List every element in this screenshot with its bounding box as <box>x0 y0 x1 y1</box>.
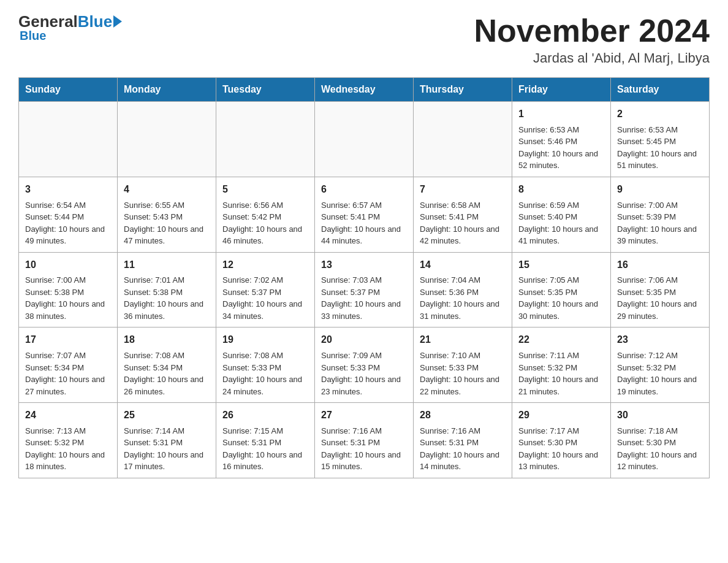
calendar-week-3: 10Sunrise: 7:00 AM Sunset: 5:38 PM Dayli… <box>19 252 710 327</box>
calendar-cell: 23Sunrise: 7:12 AM Sunset: 5:32 PM Dayli… <box>611 327 710 403</box>
day-info: Sunrise: 7:05 AM Sunset: 5:35 PM Dayligh… <box>518 274 604 322</box>
day-info: Sunrise: 6:55 AM Sunset: 5:43 PM Dayligh… <box>124 199 210 247</box>
day-info: Sunrise: 6:57 AM Sunset: 5:41 PM Dayligh… <box>321 199 407 247</box>
weekday-header-row: SundayMondayTuesdayWednesdayThursdayFrid… <box>19 78 710 102</box>
calendar-cell: 20Sunrise: 7:09 AM Sunset: 5:33 PM Dayli… <box>315 327 414 403</box>
calendar-cell: 1Sunrise: 6:53 AM Sunset: 5:46 PM Daylig… <box>512 102 611 177</box>
calendar-cell <box>315 102 414 177</box>
calendar-cell: 15Sunrise: 7:05 AM Sunset: 5:35 PM Dayli… <box>512 252 611 327</box>
day-number: 30 <box>617 408 703 423</box>
calendar-cell: 29Sunrise: 7:17 AM Sunset: 5:30 PM Dayli… <box>512 403 611 478</box>
calendar-cell: 18Sunrise: 7:08 AM Sunset: 5:34 PM Dayli… <box>118 327 216 403</box>
calendar-cell: 5Sunrise: 6:56 AM Sunset: 5:42 PM Daylig… <box>216 177 315 252</box>
day-number: 8 <box>518 182 604 197</box>
day-info: Sunrise: 6:53 AM Sunset: 5:45 PM Dayligh… <box>617 124 703 172</box>
calendar-cell: 11Sunrise: 7:01 AM Sunset: 5:38 PM Dayli… <box>118 252 216 327</box>
day-info: Sunrise: 6:53 AM Sunset: 5:46 PM Dayligh… <box>518 124 604 172</box>
day-number: 26 <box>222 408 308 423</box>
calendar-week-1: 1Sunrise: 6:53 AM Sunset: 5:46 PM Daylig… <box>19 102 710 177</box>
calendar-cell: 28Sunrise: 7:16 AM Sunset: 5:31 PM Dayli… <box>414 403 512 478</box>
day-number: 3 <box>25 182 111 197</box>
day-number: 16 <box>617 258 703 273</box>
day-number: 5 <box>222 182 308 197</box>
day-number: 15 <box>518 258 604 273</box>
day-number: 23 <box>617 332 703 348</box>
day-number: 2 <box>617 107 703 122</box>
calendar-cell <box>118 102 216 177</box>
day-info: Sunrise: 7:15 AM Sunset: 5:31 PM Dayligh… <box>222 425 308 473</box>
calendar-cell: 3Sunrise: 6:54 AM Sunset: 5:44 PM Daylig… <box>19 177 118 252</box>
day-info: Sunrise: 7:00 AM Sunset: 5:39 PM Dayligh… <box>617 199 703 247</box>
weekday-header-tuesday: Tuesday <box>216 78 315 102</box>
day-number: 4 <box>124 182 210 197</box>
calendar-cell: 12Sunrise: 7:02 AM Sunset: 5:37 PM Dayli… <box>216 252 315 327</box>
calendar-cell: 6Sunrise: 6:57 AM Sunset: 5:41 PM Daylig… <box>315 177 414 252</box>
calendar-cell: 26Sunrise: 7:15 AM Sunset: 5:31 PM Dayli… <box>216 403 315 478</box>
day-info: Sunrise: 7:08 AM Sunset: 5:33 PM Dayligh… <box>222 350 308 397</box>
day-number: 17 <box>25 332 111 348</box>
calendar-table: SundayMondayTuesdayWednesdayThursdayFrid… <box>18 77 710 478</box>
day-number: 13 <box>321 258 407 273</box>
day-info: Sunrise: 7:10 AM Sunset: 5:33 PM Dayligh… <box>420 350 506 397</box>
calendar-week-2: 3Sunrise: 6:54 AM Sunset: 5:44 PM Daylig… <box>19 177 710 252</box>
day-info: Sunrise: 7:17 AM Sunset: 5:30 PM Dayligh… <box>518 425 604 473</box>
day-number: 9 <box>617 182 703 197</box>
calendar-cell: 21Sunrise: 7:10 AM Sunset: 5:33 PM Dayli… <box>414 327 512 403</box>
day-number: 1 <box>518 107 604 122</box>
calendar-cell: 2Sunrise: 6:53 AM Sunset: 5:45 PM Daylig… <box>611 102 710 177</box>
day-info: Sunrise: 7:03 AM Sunset: 5:37 PM Dayligh… <box>321 274 407 322</box>
day-info: Sunrise: 7:09 AM Sunset: 5:33 PM Dayligh… <box>321 350 407 397</box>
weekday-header-monday: Monday <box>118 78 216 102</box>
logo-sub: Blue <box>20 29 46 43</box>
day-number: 25 <box>124 408 210 423</box>
day-info: Sunrise: 7:14 AM Sunset: 5:31 PM Dayligh… <box>124 425 210 473</box>
day-number: 21 <box>420 332 506 348</box>
calendar-cell: 25Sunrise: 7:14 AM Sunset: 5:31 PM Dayli… <box>118 403 216 478</box>
weekday-header-wednesday: Wednesday <box>315 78 414 102</box>
day-info: Sunrise: 7:16 AM Sunset: 5:31 PM Dayligh… <box>420 425 506 473</box>
day-number: 11 <box>124 258 210 273</box>
calendar-cell: 24Sunrise: 7:13 AM Sunset: 5:32 PM Dayli… <box>19 403 118 478</box>
calendar-cell <box>216 102 315 177</box>
day-info: Sunrise: 7:13 AM Sunset: 5:32 PM Dayligh… <box>25 425 111 473</box>
day-info: Sunrise: 6:58 AM Sunset: 5:41 PM Dayligh… <box>420 199 506 247</box>
day-info: Sunrise: 6:59 AM Sunset: 5:40 PM Dayligh… <box>518 199 604 247</box>
logo-blue: Blue <box>78 12 112 31</box>
calendar-cell: 4Sunrise: 6:55 AM Sunset: 5:43 PM Daylig… <box>118 177 216 252</box>
day-number: 27 <box>321 408 407 423</box>
calendar-cell: 10Sunrise: 7:00 AM Sunset: 5:38 PM Dayli… <box>19 252 118 327</box>
day-number: 22 <box>518 332 604 348</box>
day-info: Sunrise: 6:56 AM Sunset: 5:42 PM Dayligh… <box>222 199 308 247</box>
calendar-cell: 16Sunrise: 7:06 AM Sunset: 5:35 PM Dayli… <box>611 252 710 327</box>
day-number: 20 <box>321 332 407 348</box>
calendar-cell: 7Sunrise: 6:58 AM Sunset: 5:41 PM Daylig… <box>414 177 512 252</box>
day-info: Sunrise: 7:01 AM Sunset: 5:38 PM Dayligh… <box>124 274 210 322</box>
calendar-cell: 17Sunrise: 7:07 AM Sunset: 5:34 PM Dayli… <box>19 327 118 403</box>
day-number: 7 <box>420 182 506 197</box>
calendar-week-4: 17Sunrise: 7:07 AM Sunset: 5:34 PM Dayli… <box>19 327 710 403</box>
day-number: 10 <box>25 258 111 273</box>
page-header: General Blue Blue November 2024 Jardas a… <box>18 12 710 66</box>
day-number: 12 <box>222 258 308 273</box>
day-number: 29 <box>518 408 604 423</box>
weekday-header-sunday: Sunday <box>19 78 118 102</box>
calendar-cell: 30Sunrise: 7:18 AM Sunset: 5:30 PM Dayli… <box>611 403 710 478</box>
day-info: Sunrise: 7:08 AM Sunset: 5:34 PM Dayligh… <box>124 350 210 397</box>
day-number: 18 <box>124 332 210 348</box>
day-info: Sunrise: 7:00 AM Sunset: 5:38 PM Dayligh… <box>25 274 111 322</box>
day-number: 28 <box>420 408 506 423</box>
day-number: 24 <box>25 408 111 423</box>
day-info: Sunrise: 7:11 AM Sunset: 5:32 PM Dayligh… <box>518 350 604 397</box>
day-info: Sunrise: 6:54 AM Sunset: 5:44 PM Dayligh… <box>25 199 111 247</box>
weekday-header-thursday: Thursday <box>414 78 512 102</box>
calendar-cell: 9Sunrise: 7:00 AM Sunset: 5:39 PM Daylig… <box>611 177 710 252</box>
calendar-week-5: 24Sunrise: 7:13 AM Sunset: 5:32 PM Dayli… <box>19 403 710 478</box>
weekday-header-saturday: Saturday <box>611 78 710 102</box>
calendar-cell: 8Sunrise: 6:59 AM Sunset: 5:40 PM Daylig… <box>512 177 611 252</box>
calendar-cell: 22Sunrise: 7:11 AM Sunset: 5:32 PM Dayli… <box>512 327 611 403</box>
day-info: Sunrise: 7:04 AM Sunset: 5:36 PM Dayligh… <box>420 274 506 322</box>
calendar-cell: 13Sunrise: 7:03 AM Sunset: 5:37 PM Dayli… <box>315 252 414 327</box>
day-info: Sunrise: 7:16 AM Sunset: 5:31 PM Dayligh… <box>321 425 407 473</box>
calendar-cell: 19Sunrise: 7:08 AM Sunset: 5:33 PM Dayli… <box>216 327 315 403</box>
calendar-cell: 27Sunrise: 7:16 AM Sunset: 5:31 PM Dayli… <box>315 403 414 478</box>
